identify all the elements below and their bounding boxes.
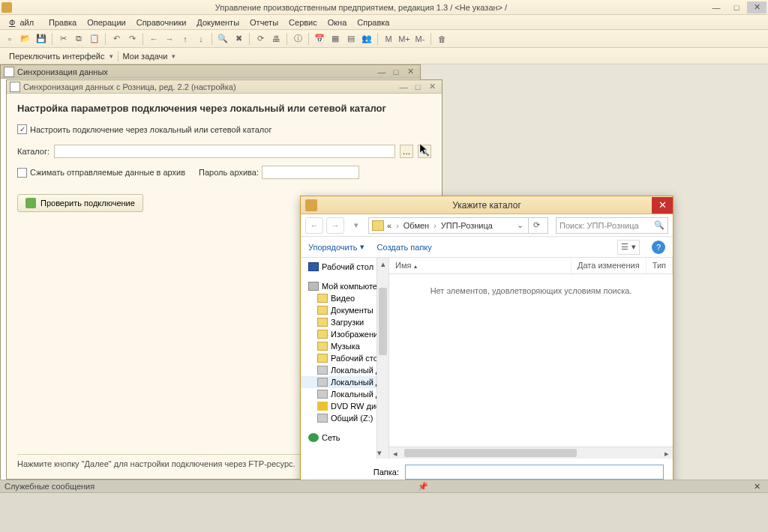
- tree-dvd[interactable]: DVD RW дисково: [301, 400, 388, 412]
- folder-dialog: Укажите каталог ✕ ← → ▾ « › Обмен › УПП-…: [300, 196, 674, 503]
- menu-sprav[interactable]: Справочники: [132, 16, 191, 28]
- menu-reports[interactable]: Отчеты: [245, 16, 283, 28]
- app-logo-icon: [2, 2, 12, 13]
- tree-scrollbar[interactable]: ▴ ▾: [376, 258, 388, 459]
- copy-icon[interactable]: ⧉: [72, 32, 86, 46]
- redo-icon[interactable]: ↷: [125, 32, 139, 46]
- folder-label: Папка:: [374, 468, 399, 477]
- addon-icon[interactable]: ▤: [344, 32, 358, 46]
- folder-dialog-logo-icon: [305, 199, 317, 211]
- help-button[interactable]: ?: [652, 241, 665, 254]
- close-button[interactable]: ✕: [747, 1, 766, 13]
- catalog-search-button[interactable]: 🔍: [418, 145, 431, 158]
- my-tasks-dropdown[interactable]: Мои задачи: [118, 50, 181, 62]
- win2-minimize[interactable]: —: [397, 82, 410, 92]
- statusbar-close[interactable]: ✕: [751, 482, 764, 492]
- delete-icon[interactable]: ✖: [232, 32, 245, 46]
- organize-dropdown[interactable]: Упорядочить ▾: [308, 242, 364, 252]
- info-icon[interactable]: ⓘ: [291, 32, 304, 46]
- breadcrumb-seg1[interactable]: Обмен: [402, 221, 430, 230]
- calendar-icon[interactable]: 📅: [313, 32, 326, 46]
- tree-localdisk1[interactable]: Локальный диск: [301, 364, 388, 376]
- breadcrumb-seg2[interactable]: УПП-Розница: [440, 221, 494, 230]
- tree-mycomputer[interactable]: Мой компьютер -: [301, 280, 388, 292]
- menu-file[interactable]: Файл: [4, 16, 43, 28]
- nav-forward-button[interactable]: →: [326, 217, 344, 234]
- statusbar-pin[interactable]: 📌: [415, 482, 431, 492]
- local-catalog-checkbox[interactable]: ✓: [17, 124, 27, 134]
- tree-music[interactable]: Музыка: [301, 340, 388, 352]
- search-input[interactable]: Поиск: УПП-Розница 🔍: [556, 217, 668, 234]
- menu-operations[interactable]: Операции: [82, 16, 130, 28]
- list-scrollbar[interactable]: ◂▸: [389, 447, 673, 459]
- nav-up-button[interactable]: ▾: [347, 217, 365, 234]
- users-icon[interactable]: 👥: [360, 32, 374, 46]
- new-folder-button[interactable]: Создать папку: [376, 243, 431, 252]
- tree-network[interactable]: Сеть: [301, 432, 388, 444]
- sync-settings-title: Синхронизация данных с Розница, ред. 2.2…: [23, 82, 396, 91]
- catalog-browse-button[interactable]: …: [400, 145, 413, 158]
- tree-localdisk3[interactable]: Локальный диск: [301, 388, 388, 400]
- save-icon[interactable]: 💾: [34, 32, 48, 46]
- folder-input[interactable]: [405, 465, 664, 480]
- menu-windows[interactable]: Окна: [323, 16, 352, 28]
- breadcrumb-root[interactable]: «: [386, 221, 393, 230]
- menu-docs[interactable]: Документы: [192, 16, 244, 28]
- down-icon[interactable]: ↓: [194, 32, 208, 46]
- m-icon[interactable]: M: [382, 32, 395, 46]
- tree-shared[interactable]: Общий (Z:): [301, 412, 388, 424]
- breadcrumb[interactable]: « › Обмен › УПП-Розница ⌄ ⟳: [368, 217, 548, 234]
- tree-docs[interactable]: Документы: [301, 304, 388, 316]
- paste-icon[interactable]: 📋: [88, 32, 101, 46]
- cut-icon[interactable]: ✂: [56, 32, 70, 46]
- tree-localdisk2[interactable]: Локальный диск: [301, 376, 388, 388]
- new-icon[interactable]: ▫: [3, 32, 16, 46]
- tree-desktop[interactable]: Рабочий стол: [301, 261, 388, 273]
- tree-video[interactable]: Видео: [301, 292, 388, 304]
- menu-service[interactable]: Сервис: [284, 16, 322, 28]
- find-icon[interactable]: 🔍: [216, 32, 230, 46]
- menu-edit[interactable]: Правка: [44, 16, 81, 28]
- col-type[interactable]: Тип: [646, 258, 673, 273]
- tree-downloads[interactable]: Загрузки: [301, 316, 388, 328]
- workspace: Синхронизация данных — □ ✕ Синхронизация…: [0, 64, 768, 510]
- view-mode-button[interactable]: ☰ ▾: [617, 240, 640, 255]
- print-icon[interactable]: 🖶: [269, 32, 283, 46]
- col-date[interactable]: Дата изменения: [572, 258, 646, 273]
- maximize-button[interactable]: □: [727, 1, 746, 13]
- file-list: Имя▴ Дата изменения Тип Нет элементов, у…: [389, 258, 673, 459]
- win1-minimize[interactable]: —: [375, 67, 388, 77]
- win2-close[interactable]: ✕: [425, 82, 439, 92]
- back-icon[interactable]: ←: [147, 32, 160, 46]
- col-name[interactable]: Имя▴: [389, 258, 572, 273]
- win1-close[interactable]: ✕: [404, 67, 417, 77]
- win1-maximize[interactable]: □: [389, 67, 403, 77]
- tree-images[interactable]: Изображения: [301, 328, 388, 340]
- fwd-icon[interactable]: →: [163, 32, 176, 46]
- mminus-icon[interactable]: M-: [413, 32, 427, 46]
- breadcrumb-dropdown[interactable]: ⌄: [514, 220, 526, 230]
- nav-back-button[interactable]: ←: [305, 217, 323, 234]
- check-icon: [26, 198, 36, 208]
- statusbar: Служебные сообщения 📌 ✕: [0, 480, 768, 532]
- folder-dialog-close[interactable]: ✕: [652, 197, 673, 214]
- menubar: Файл Правка Операции Справочники Докумен…: [0, 15, 768, 30]
- mplus-icon[interactable]: M+: [398, 32, 411, 46]
- refresh-button[interactable]: ⟳: [528, 217, 544, 234]
- archive-pass-input[interactable]: [262, 166, 359, 179]
- refresh-icon[interactable]: ⟳: [254, 32, 267, 46]
- catalog-input[interactable]: [54, 145, 395, 158]
- compress-checkbox[interactable]: [17, 168, 27, 178]
- tree-desktop2[interactable]: Рабочий стол: [301, 352, 388, 364]
- menu-help[interactable]: Справка: [352, 16, 394, 28]
- up-icon[interactable]: ↑: [178, 32, 192, 46]
- undo-icon[interactable]: ↶: [110, 32, 123, 46]
- open-icon[interactable]: 📂: [19, 32, 32, 46]
- document-icon: [4, 67, 14, 77]
- test-connection-button[interactable]: Проверить подключение: [17, 194, 143, 212]
- switch-interface-dropdown[interactable]: Переключить интерфейс: [4, 50, 118, 62]
- minimize-button[interactable]: —: [706, 1, 726, 13]
- trash-icon[interactable]: 🗑: [435, 32, 448, 46]
- win2-maximize[interactable]: □: [411, 82, 424, 92]
- calc-icon[interactable]: ▦: [328, 32, 342, 46]
